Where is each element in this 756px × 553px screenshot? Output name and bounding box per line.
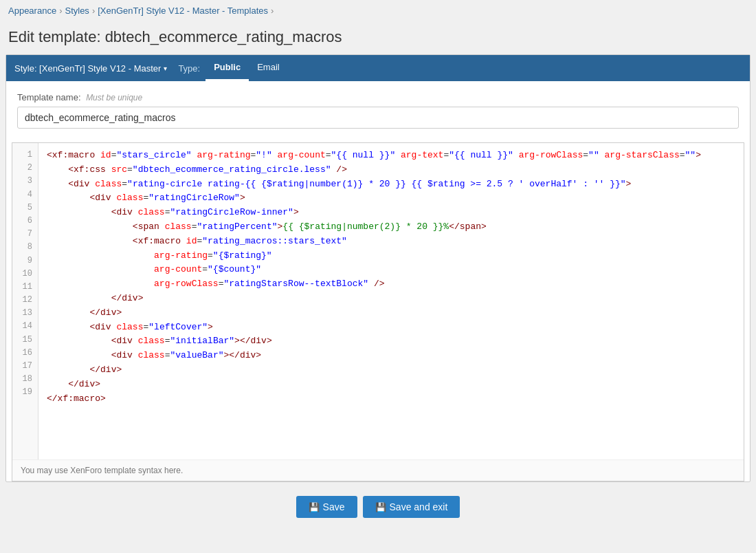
template-name-hint: Must be unique	[86, 93, 142, 102]
line-number: 12	[12, 294, 38, 307]
code-line: arg-rowClass="ratingStarsRow--textBlock"…	[47, 277, 738, 292]
line-number: 6	[12, 215, 38, 228]
line-number: 5	[12, 202, 38, 215]
line-number: 14	[12, 320, 38, 333]
code-line: <div class="ratingCircleRow">	[47, 191, 738, 206]
line-number: 8	[12, 241, 38, 254]
type-label: Type:	[178, 63, 200, 74]
template-name-label: Template name: Must be unique	[17, 92, 739, 102]
code-line: </div>	[47, 306, 738, 321]
code-line: arg-count="{$count}"	[47, 263, 738, 277]
code-line: <xf:macro id="rating_macros::stars_text"	[47, 235, 738, 249]
save-exit-icon: 💾	[375, 502, 386, 512]
style-selector-label: Style: [XenGenTr] Style V12 - Master	[14, 63, 161, 74]
breadcrumb-sep-1: ›	[59, 6, 62, 16]
save-exit-button-label: Save and exit	[390, 501, 448, 512]
code-line: </div>	[47, 378, 738, 392]
code-line: <div class="ratingCircleRow-inner">	[47, 206, 738, 220]
style-selector[interactable]: Style: [XenGenTr] Style V12 - Master ▾	[14, 56, 167, 80]
code-line: </div>	[47, 363, 738, 378]
line-number: 7	[12, 228, 38, 241]
line-number: 9	[12, 254, 38, 268]
breadcrumb: Appearance › Styles › [XenGenTr] Style V…	[0, 0, 756, 21]
tab-email[interactable]: Email	[249, 55, 288, 81]
line-number: 19	[12, 386, 38, 399]
save-button-label: Save	[323, 501, 345, 512]
line-number: 15	[12, 334, 38, 347]
action-bar: 💾 Save 💾 Save and exit	[0, 485, 756, 529]
code-line: <xf:macro id="stars_circle" arg-rating="…	[47, 149, 738, 163]
save-exit-button[interactable]: 💾 Save and exit	[363, 496, 460, 518]
page-title: Edit template: dbtech_ecommerce_rating_m…	[0, 21, 756, 54]
line-number: 10	[12, 268, 38, 281]
breadcrumb-style-templates[interactable]: [XenGenTr] Style V12 - Master - Template…	[98, 6, 268, 16]
breadcrumb-sep-2: ›	[92, 6, 95, 16]
code-line: arg-rating="{$rating}"	[47, 249, 738, 263]
editor-footer: You may use XenForo template syntax here…	[12, 459, 744, 481]
chevron-down-icon: ▾	[164, 65, 167, 72]
code-line: </div>	[47, 292, 738, 306]
line-numbers: 12345678910111213141516171819	[12, 143, 38, 459]
form-section: Template name: Must be unique	[6, 81, 750, 134]
code-line: <span class="ratingPercent">{{ {$rating|…	[47, 220, 738, 235]
main-container: Style: [XenGenTr] Style V12 - Master ▾ T…	[5, 54, 751, 482]
line-number: 3	[12, 175, 38, 188]
line-number: 13	[12, 307, 38, 320]
code-line: <div class="initialBar"></div>	[47, 334, 738, 349]
code-area[interactable]: <xf:macro id="stars_circle" arg-rating="…	[38, 143, 744, 459]
line-number: 2	[12, 162, 38, 175]
line-number: 11	[12, 281, 38, 294]
line-number: 16	[12, 347, 38, 360]
line-number: 1	[12, 149, 38, 162]
code-line: <div class="rating-circle rating-{{ {$ra…	[47, 177, 738, 192]
code-line: <div class="leftCover">	[47, 321, 738, 335]
code-line: <div class="valueBar"></div>	[47, 349, 738, 363]
tabs-bar: Style: [XenGenTr] Style V12 - Master ▾ T…	[6, 55, 750, 81]
line-number: 17	[12, 360, 38, 373]
editor-container: 12345678910111213141516171819 <xf:macro …	[12, 142, 744, 481]
code-line: <xf:css src="dbtech_ecommerce_rating_cir…	[47, 163, 738, 177]
breadcrumb-sep-3: ›	[271, 6, 274, 16]
breadcrumb-styles[interactable]: Styles	[65, 6, 89, 16]
breadcrumb-appearance[interactable]: Appearance	[8, 6, 56, 16]
save-button[interactable]: 💾 Save	[296, 496, 357, 518]
line-number: 4	[12, 188, 38, 202]
template-name-input[interactable]	[17, 107, 739, 129]
save-icon: 💾	[309, 502, 320, 512]
template-name-label-text: Template name:	[17, 92, 81, 102]
editor-wrapper[interactable]: 12345678910111213141516171819 <xf:macro …	[12, 143, 744, 459]
tab-public[interactable]: Public	[205, 55, 249, 81]
line-number: 18	[12, 373, 38, 386]
code-line: </xf:macro>	[47, 392, 738, 406]
